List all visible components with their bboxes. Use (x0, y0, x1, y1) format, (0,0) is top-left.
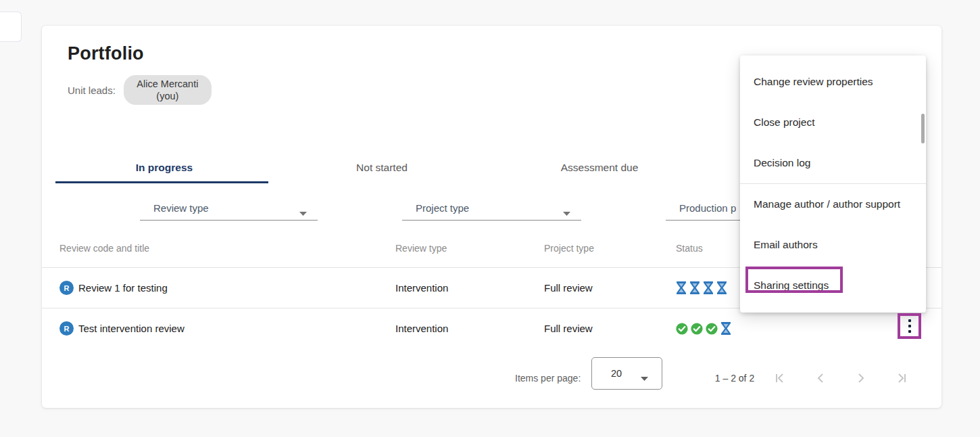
production-phase-filter-label: Production p (666, 202, 736, 214)
next-page-button[interactable] (848, 365, 875, 392)
chevron-down-icon (563, 206, 570, 218)
menu-scrollbar-thumb[interactable] (921, 114, 925, 143)
menu-item-change-review-properties[interactable]: Change review properties (740, 62, 926, 102)
kebab-highlight-box (898, 313, 921, 339)
unit-lead-chip[interactable]: Alice Mercanti (you) (124, 75, 212, 105)
col-status: Status (676, 243, 703, 254)
items-per-page-label: Items per page: (515, 373, 581, 384)
status-icons-cell (676, 268, 727, 308)
hourglass-icon (676, 281, 687, 294)
hourglass-icon (689, 281, 700, 294)
review-badge: R (59, 321, 74, 336)
hourglass-icon (720, 322, 731, 335)
project-type-cell: Full review (544, 308, 593, 348)
review-type-cell: Intervention (395, 308, 448, 348)
review-title[interactable]: Review 1 for testing (78, 282, 168, 294)
previous-page-button[interactable] (807, 365, 834, 392)
review-type-cell: Intervention (395, 268, 448, 308)
check-circle-icon (706, 323, 718, 335)
review-type-filter-label: Review type (140, 202, 209, 214)
col-review-type: Review type (395, 243, 447, 254)
status-icons-cell (676, 308, 731, 348)
unit-leads-row: Unit leads: Alice Mercanti (you) (68, 76, 212, 104)
kebab-menu-icon[interactable] (906, 317, 914, 336)
items-per-page-value: 20 (611, 368, 622, 379)
last-page-button[interactable] (888, 365, 915, 392)
table-row[interactable]: R Test intervention review Intervention … (42, 308, 941, 348)
tab-in-progress[interactable]: In progress (55, 152, 273, 183)
tab-not-started[interactable]: Not started (273, 152, 491, 183)
items-per-page-select[interactable]: 20 (591, 357, 662, 390)
menu-item-manage-author-support[interactable]: Manage author / author support (740, 184, 926, 225)
hourglass-icon (703, 281, 714, 294)
first-page-button[interactable] (766, 365, 793, 392)
hourglass-icon (716, 281, 727, 294)
page-title: Portfolio (68, 43, 144, 64)
menu-item-decision-log[interactable]: Decision log (740, 143, 926, 183)
paginator: Items per page: 20 1 – 2 of 2 (42, 348, 941, 408)
menu-item-sharing-settings[interactable]: Sharing settings (740, 265, 926, 306)
menu-item-close-project[interactable]: Close project (740, 102, 926, 143)
chevron-down-icon (641, 372, 648, 383)
project-type-filter-label: Project type (402, 202, 469, 214)
project-type-cell: Full review (544, 268, 593, 308)
tab-assessment-due[interactable]: Assessment due (491, 152, 708, 183)
edge-panel-stub (0, 12, 22, 42)
col-project-type: Project type (544, 243, 594, 254)
row-actions-menu: Change review properties Close project D… (740, 55, 926, 313)
col-review-code-title: Review code and title (59, 243, 149, 254)
menu-item-email-authors[interactable]: Email authors (740, 225, 926, 265)
review-type-filter[interactable]: Review type (140, 196, 318, 221)
project-type-filter[interactable]: Project type (402, 196, 581, 221)
review-badge: R (59, 281, 74, 295)
check-circle-icon (691, 323, 703, 335)
review-title[interactable]: Test intervention review (78, 323, 185, 334)
chevron-down-icon (299, 206, 307, 218)
page-range-label: 1 – 2 of 2 (694, 373, 775, 384)
unit-leads-label: Unit leads: (68, 85, 116, 96)
check-circle-icon (676, 323, 688, 335)
